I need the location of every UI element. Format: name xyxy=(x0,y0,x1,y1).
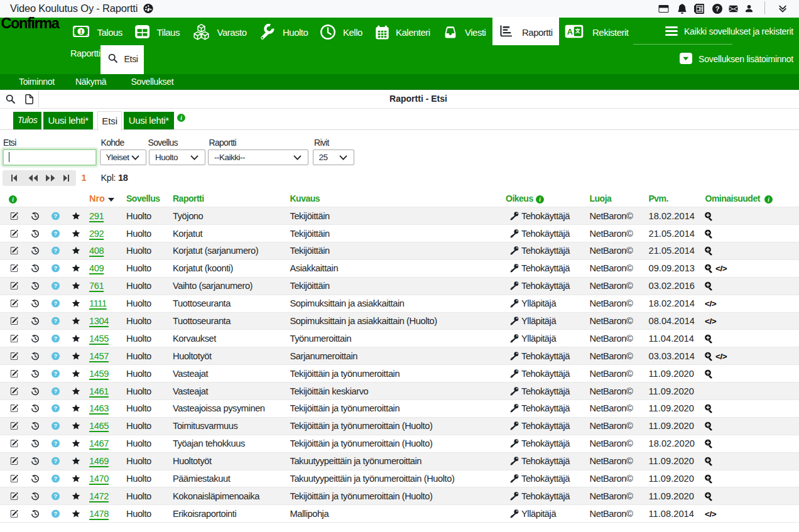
svg-text:?: ? xyxy=(54,405,57,411)
svg-text:?: ? xyxy=(54,318,57,324)
svg-text:i: i xyxy=(539,196,541,202)
svg-text:?: ? xyxy=(54,371,57,377)
svg-text:?: ? xyxy=(54,458,57,464)
svg-text:?: ? xyxy=(54,213,57,219)
svg-text:?: ? xyxy=(54,230,57,236)
svg-text:i: i xyxy=(768,196,769,202)
svg-text:?: ? xyxy=(54,423,57,429)
svg-text:A: A xyxy=(567,28,572,36)
svg-text:?: ? xyxy=(54,353,57,359)
svg-text:?: ? xyxy=(54,300,57,307)
svg-text:?: ? xyxy=(54,265,57,271)
svg-text:i: i xyxy=(180,115,182,121)
svg-text:i: i xyxy=(12,196,14,202)
svg-text:?: ? xyxy=(54,247,57,254)
svg-text:?: ? xyxy=(54,283,57,289)
svg-text:?: ? xyxy=(715,5,719,13)
svg-text:?: ? xyxy=(54,388,57,394)
svg-text:?: ? xyxy=(54,475,57,482)
svg-text:?: ? xyxy=(54,440,57,447)
svg-text:?: ? xyxy=(54,493,57,499)
svg-text:?: ? xyxy=(54,511,57,517)
svg-text:1: 1 xyxy=(79,28,82,35)
svg-text:?: ? xyxy=(54,335,57,342)
